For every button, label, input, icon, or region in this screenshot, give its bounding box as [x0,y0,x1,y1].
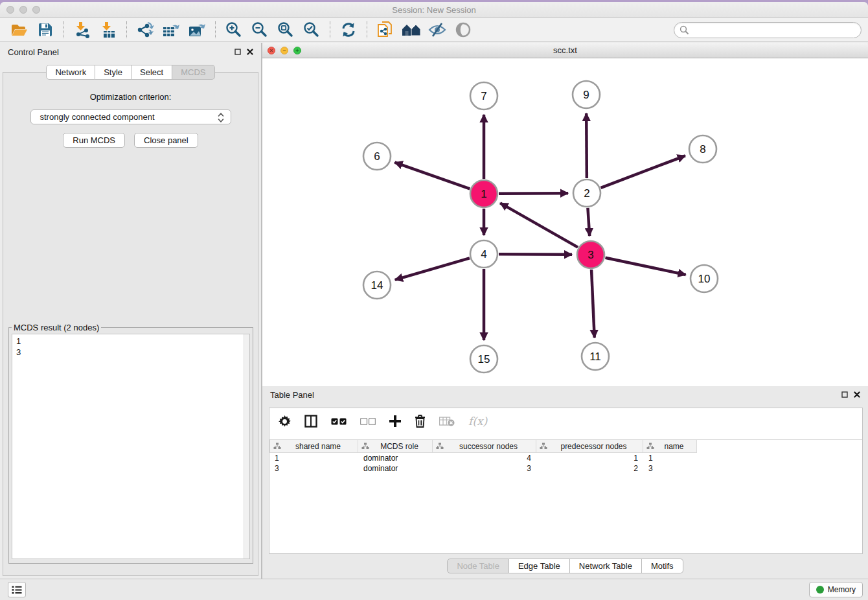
table-cell[interactable]: 1 [269,454,358,463]
column-header-successor-nodes[interactable]: successor nodes [433,440,536,453]
export-network-icon [137,22,154,38]
import-network-icon [74,21,91,38]
graph-edge-4-3[interactable] [499,254,572,255]
graph-node-8[interactable]: 8 [689,135,716,163]
column-header-predecessor-nodes[interactable]: predecessor nodes [536,440,643,453]
delete-column-button[interactable] [415,413,426,429]
zoom-selected-button[interactable] [299,20,325,40]
import-table-button[interactable] [95,20,121,40]
graph-edge-3-11[interactable] [591,270,595,338]
zoom-in-button[interactable] [221,20,247,40]
graph-node-7[interactable]: 7 [470,82,497,110]
houses-icon [402,23,421,37]
zoom-fit-button[interactable] [273,20,299,40]
open-session-button[interactable] [6,20,32,40]
column-header-shared-name[interactable]: shared name [269,440,358,453]
graph-node-6[interactable]: 6 [363,143,391,170]
criterion-select[interactable]: strongly connected component [30,110,231,124]
graph-node-2[interactable]: 2 [573,179,600,207]
graph-node-15[interactable]: 15 [470,345,497,373]
mcds-result-area[interactable]: 13 [12,334,250,559]
table-cell[interactable]: 3 [269,464,358,473]
memory-button[interactable]: Memory [809,582,863,597]
graph-edge-2-3[interactable] [588,208,589,236]
svg-text:3: 3 [588,249,593,261]
task-history-button[interactable] [8,582,26,597]
table-cell[interactable]: dominator [358,464,433,473]
function-builder-button[interactable]: f(x) [468,413,487,429]
graph-edge-3-10[interactable] [606,258,686,275]
table-cell[interactable]: 1 [643,454,697,463]
export-network-button[interactable] [132,20,158,40]
graph-node-3[interactable]: 3 [577,241,604,268]
save-session-button[interactable] [32,20,58,40]
mcds-result-text: 13 [12,334,249,359]
delete-table-button[interactable] [439,413,455,429]
table-cell[interactable]: 2 [536,464,643,473]
zoom-out-button[interactable] [247,20,273,40]
import-network-button[interactable] [69,20,95,40]
mcds-result-scrollbar[interactable] [244,334,249,559]
tab-network-table[interactable]: Network Table [570,559,642,573]
graph-node-9[interactable]: 9 [573,81,600,108]
graph-edge-2-8[interactable] [601,156,685,188]
main-toolbar [0,18,868,42]
graph-edge-3-1[interactable] [500,203,578,247]
show-columns-button[interactable] [304,413,317,429]
checked-boxes-icon [331,418,347,425]
graph-node-11[interactable]: 11 [582,343,609,370]
export-table-button[interactable] [158,20,184,40]
create-column-button[interactable] [389,413,401,429]
column-header-mcds-role[interactable]: MCDS role [358,440,433,453]
hide-selected-button[interactable] [424,20,450,40]
node-table-container: f(x) shared name MCDS role successor nod… [269,408,863,554]
graph-edge-1-6[interactable] [394,163,470,189]
graph-node-14[interactable]: 14 [363,271,391,299]
table-cell[interactable]: 3 [433,464,536,473]
first-neighbors-button[interactable] [398,20,424,40]
delete-table-icon [439,416,455,426]
export-image-button[interactable] [184,20,210,40]
open-network-file-button[interactable] [372,20,398,40]
table-settings-button[interactable] [279,413,291,429]
unselect-all-columns-button[interactable] [360,413,376,429]
close-panel-icon[interactable] [854,391,860,398]
export-table-icon [163,22,180,38]
tab-edge-table[interactable]: Edge Table [509,559,570,573]
graph-node-4[interactable]: 4 [470,240,497,268]
main-area: Control Panel NetworkStyleSelectMCDS Opt… [0,43,868,579]
table-row[interactable]: 1dominator411 [269,453,862,463]
tab-style[interactable]: Style [95,65,131,80]
graph-node-1[interactable]: 1 [470,180,497,207]
tab-network[interactable]: Network [46,65,95,80]
tab-mcds[interactable]: MCDS [172,65,214,80]
graph-edge-4-14[interactable] [395,258,470,279]
table-cell[interactable]: 1 [536,454,643,463]
table-body: 1dominator4113dominator323 [269,453,862,474]
toolbar-separator [63,21,64,38]
float-panel-icon[interactable] [841,391,848,398]
window-titlebar: Session: New Session [0,2,868,18]
table-cell[interactable]: dominator [358,454,433,463]
svg-text:7: 7 [481,90,486,102]
table-cell[interactable]: 3 [643,464,697,473]
search-input[interactable] [674,22,862,38]
tab-node-table[interactable]: Node Table [447,559,509,573]
close-panel-button[interactable]: Close panel [134,133,198,148]
refresh-button[interactable] [336,20,361,40]
tab-select[interactable]: Select [131,65,172,80]
run-mcds-button[interactable]: Run MCDS [63,133,125,148]
window-title: Session: New Session [0,5,868,15]
tab-motifs[interactable]: Motifs [642,559,683,573]
graph-edge-1-2[interactable] [499,193,568,194]
float-panel-icon[interactable] [234,49,241,55]
table-cell[interactable]: 4 [433,454,536,463]
network-canvas[interactable]: 7968124314101511 [262,58,868,386]
table-row[interactable]: 3dominator323 [269,463,862,474]
close-panel-icon[interactable] [247,49,253,55]
column-header-name[interactable]: name [643,440,697,453]
graph-edge-2-9[interactable] [586,113,587,178]
graph-node-10[interactable]: 10 [691,265,718,292]
show-all-button[interactable] [450,20,476,40]
select-all-columns-button[interactable] [331,413,347,429]
